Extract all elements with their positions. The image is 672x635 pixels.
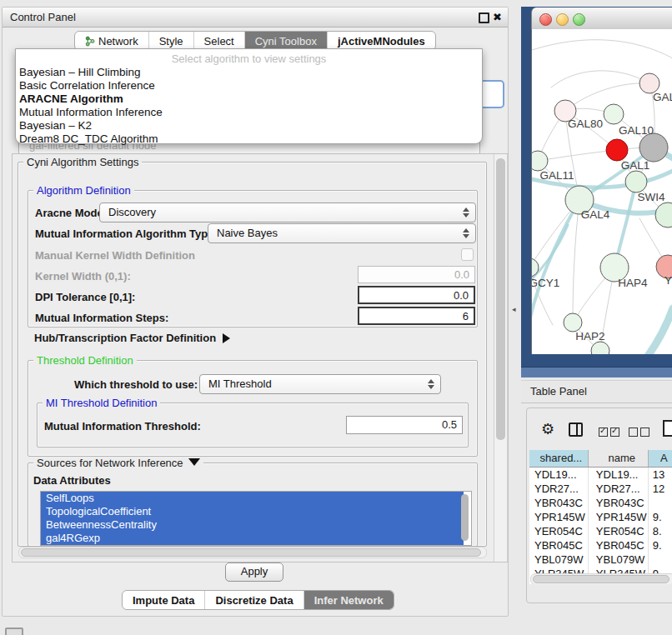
node-label-gal4: GAL4 xyxy=(581,208,610,221)
zoom-window-icon[interactable] xyxy=(573,13,585,26)
network-node-gal11[interactable] xyxy=(532,151,548,171)
which-threshold-combo[interactable]: MI Threshold xyxy=(199,374,441,394)
network-node-gal1[interactable] xyxy=(625,171,647,192)
export-table-icon[interactable] xyxy=(663,420,672,437)
network-node[interactable] xyxy=(606,139,628,161)
panel-splitter-handle[interactable]: ◂ xyxy=(512,305,516,313)
algorithm-option-bayesian-k2[interactable]: Bayesian – K2 xyxy=(16,119,482,132)
table-row[interactable]: YDR27...YDR27...12 xyxy=(529,482,672,496)
table-horizontal-scrollbar-thumb[interactable] xyxy=(533,575,669,583)
algorithm-option-mutual-information-inference[interactable]: Mutual Information Inference xyxy=(16,106,482,119)
node-label-gal10: GAL10 xyxy=(619,124,654,137)
tab-jactivemnodules[interactable]: jActiveMNodules xyxy=(327,32,435,50)
network-window-titlebar[interactable] xyxy=(531,8,672,30)
table-cell: YBR043C xyxy=(589,496,649,510)
attribute-item-gal4rgexp[interactable]: gal4RGexp xyxy=(41,532,464,545)
mi-type-value: Naive Bayes xyxy=(217,227,278,239)
tab-discretize-data[interactable]: Discretize Data xyxy=(204,591,303,609)
split-columns-icon[interactable] xyxy=(569,422,583,437)
kernel-width-field[interactable]: 0.0 xyxy=(358,266,475,283)
application-root: Control Panel ✖ NetworkStyleSelectCyni T… xyxy=(0,0,672,635)
column-header-name[interactable]: name xyxy=(589,450,649,467)
float-window-button[interactable] xyxy=(479,12,489,23)
tab-select[interactable]: Select xyxy=(193,32,244,50)
manual-kernel-checkbox[interactable] xyxy=(461,248,474,261)
list-scrollbar-thumb[interactable] xyxy=(461,494,469,541)
table-cell: 13 xyxy=(649,468,672,482)
data-attributes-items: SelfLoopsTopologicalCoefficientBetweenne… xyxy=(41,492,471,545)
attribute-item-betweennesscentrality[interactable]: BetweennessCentrality xyxy=(41,518,464,532)
algorithm-option-aracne-algorithm[interactable]: ARACNE Algorithm xyxy=(16,92,482,106)
network-edge[interactable] xyxy=(532,40,672,58)
tab-impute-data[interactable]: Impute Data xyxy=(123,591,204,609)
tab-style[interactable]: Style xyxy=(148,32,193,50)
table-cell: YDL19... xyxy=(589,468,649,482)
show-panel-chip[interactable] xyxy=(5,628,23,635)
network-edge[interactable] xyxy=(538,150,617,161)
select-all-columns-icon[interactable] xyxy=(599,427,622,439)
close-panel-icon[interactable]: ✖ xyxy=(493,12,502,22)
column-header-a[interactable]: A xyxy=(649,450,672,467)
mi-threshold-field[interactable]: 0.5 xyxy=(346,416,463,434)
gear-icon[interactable]: ⚙ xyxy=(541,420,554,438)
settings-vertical-scrollbar[interactable] xyxy=(494,154,508,562)
table-row[interactable]: YER054CYER054C8. xyxy=(529,524,672,538)
apply-button[interactable]: Apply xyxy=(225,562,283,582)
threshold-definition-title: Threshold Definition xyxy=(33,354,137,367)
minimize-window-icon[interactable] xyxy=(556,13,569,26)
network-node[interactable] xyxy=(591,342,609,354)
table-row[interactable]: YDL19...YDL19...13 xyxy=(529,468,672,482)
column-header-shared[interactable]: shared... xyxy=(529,450,589,467)
settings-horizontal-scrollbar[interactable] xyxy=(18,547,487,558)
table-header-row: shared...nameA xyxy=(529,450,672,468)
network-edge[interactable] xyxy=(573,200,579,322)
which-threshold-label: Which threshold to use: xyxy=(74,378,198,391)
network-icon xyxy=(85,36,95,47)
settings-horizontal-scrollbar-thumb[interactable] xyxy=(21,548,481,557)
table-cell: YER054C xyxy=(589,524,649,538)
close-window-icon[interactable] xyxy=(539,13,552,26)
table-row[interactable]: YPR145WYPR145W9. xyxy=(529,510,672,524)
data-attributes-label: Data Attributes xyxy=(33,474,111,487)
network-node-gal10[interactable] xyxy=(604,104,624,124)
which-threshold-value: MI Threshold xyxy=(208,378,272,390)
tab-label: Style xyxy=(159,35,183,48)
network-node-hap2[interactable] xyxy=(564,313,582,332)
mi-steps-field[interactable]: 6 xyxy=(358,307,475,325)
network-canvas[interactable]: GALGAL80GAL10GAL11GAL1SWI4GAL4GCY1HAP4YH… xyxy=(531,29,672,354)
deselect-all-columns-icon[interactable] xyxy=(629,427,652,439)
collapse-down-icon[interactable] xyxy=(188,458,200,466)
algorithm-option-basic-correlation-inference[interactable]: Basic Correlation Inference xyxy=(16,79,482,92)
algorithm-option-bayesian-hill-climbing[interactable]: Bayesian – Hill Climbing xyxy=(16,66,482,79)
network-edge[interactable] xyxy=(633,308,672,354)
tab-cyni-toolbox[interactable]: Cyni Toolbox xyxy=(244,32,327,50)
attribute-item-topologicalcoefficient[interactable]: TopologicalCoefficient xyxy=(41,505,464,518)
hub-definition-expander[interactable]: Hub/Transcription Factor Definition xyxy=(34,332,230,344)
desktop-bottom-strip xyxy=(521,367,672,378)
node-label-y: Y xyxy=(664,274,672,287)
dropdown-items: Bayesian – Hill ClimbingBasic Correlatio… xyxy=(16,66,482,146)
table-cell: 9. xyxy=(649,510,672,524)
table-cell: YER054C xyxy=(529,524,589,538)
algorithm-combo-fragment[interactable] xyxy=(479,80,504,108)
dpi-tolerance-field[interactable]: 0.0 xyxy=(358,286,475,304)
settings-vertical-scrollbar-thumb[interactable] xyxy=(496,158,505,440)
tab-network[interactable]: Network xyxy=(75,32,148,50)
tab-infer-network[interactable]: Infer Network xyxy=(303,591,394,609)
threshold-definition-group: Threshold Definition Which threshold to … xyxy=(28,360,478,457)
node-table: shared...nameA YDL19...YDL19...13YDR27..… xyxy=(529,450,672,584)
table-horizontal-scrollbar[interactable] xyxy=(530,573,672,584)
stepper-icon xyxy=(463,228,469,239)
network-edge[interactable] xyxy=(551,71,649,88)
table-row[interactable]: YBL079WYBL079W xyxy=(529,552,672,567)
aracne-mode-combo[interactable]: Discovery xyxy=(99,202,476,222)
algorithm-option-dream8-dc-tdc-algorithm[interactable]: Dream8 DC_TDC Algorithm xyxy=(16,132,482,146)
tab-label: Select xyxy=(204,35,234,48)
table-row[interactable]: YBR043CYBR043C xyxy=(529,496,672,510)
mi-type-combo[interactable]: Naive Bayes xyxy=(208,223,476,243)
attribute-item-selfloops[interactable]: SelfLoops xyxy=(41,492,464,505)
table-cell: YDR27... xyxy=(589,482,649,496)
table-row[interactable]: YBR045CYBR045C9. xyxy=(529,538,672,552)
network-node[interactable] xyxy=(639,133,668,162)
bottom-tab-bar: Impute DataDiscretize DataInfer Network xyxy=(122,590,394,610)
